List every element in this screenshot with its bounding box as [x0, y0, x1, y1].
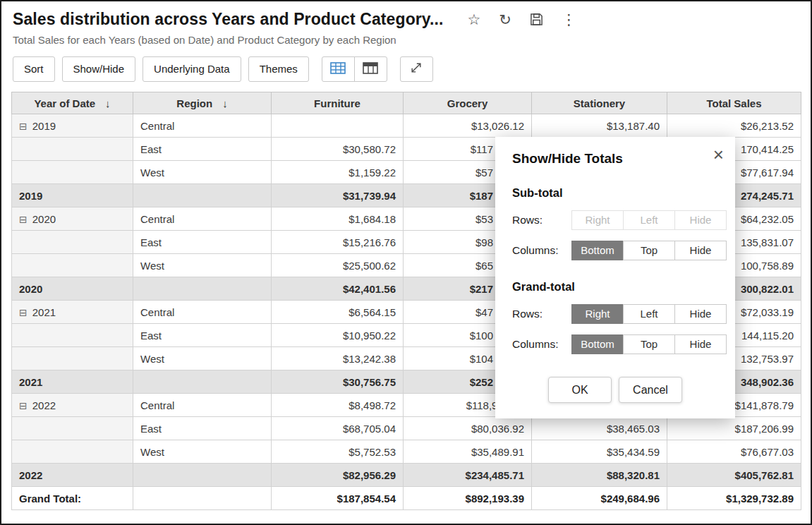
- cell-region[interactable]: East: [133, 231, 272, 254]
- cell-furniture[interactable]: $25,500.62: [272, 254, 404, 277]
- sort-desc-icon[interactable]: ↓: [105, 97, 111, 109]
- collapse-arrows-icon: [409, 61, 423, 78]
- cell-furniture[interactable]: $6,564.15: [272, 301, 404, 324]
- sub-total-columns-top-button[interactable]: Top: [623, 241, 675, 260]
- grand-total-columns-bottom-button[interactable]: Bottom: [571, 334, 624, 354]
- underlying-data-button[interactable]: Underlying Data: [143, 56, 241, 82]
- data-row: ⊟2019Central$13,026.12$13,187.40$26,213.…: [12, 114, 801, 138]
- cell-region[interactable]: West: [133, 440, 272, 464]
- cell-total-sales[interactable]: $26,213.52: [667, 114, 801, 138]
- cell-furniture[interactable]: $30,756.75: [272, 370, 404, 394]
- cell-year[interactable]: 2021: [12, 370, 133, 394]
- cell-total-sales[interactable]: $187,206.99: [667, 417, 801, 440]
- cell-furniture[interactable]: $13,242.38: [272, 347, 404, 370]
- save-icon[interactable]: [530, 13, 543, 26]
- segmented-control: BottomTopHide: [571, 241, 727, 260]
- cell-grocery[interactable]: $892,193.39: [404, 487, 532, 510]
- cell-year[interactable]: Grand Total:: [12, 487, 133, 510]
- grid-view-button[interactable]: [322, 56, 355, 82]
- cell-stationery[interactable]: $88,320.81: [532, 464, 667, 487]
- column-header-region[interactable]: Region↓: [133, 92, 272, 114]
- cell-year: [12, 440, 133, 464]
- cell-grocery[interactable]: $13,026.12: [404, 114, 532, 138]
- collapse-group-icon[interactable]: ⊟: [19, 307, 28, 318]
- cell-total-sales[interactable]: $76,677.03: [667, 440, 801, 464]
- column-header-grocery[interactable]: Grocery: [404, 92, 532, 114]
- collapse-group-icon[interactable]: ⊟: [19, 121, 28, 132]
- column-label: Furniture: [314, 97, 360, 109]
- cell-region[interactable]: Central: [133, 394, 272, 417]
- collapse-group-icon[interactable]: ⊟: [19, 214, 28, 225]
- cell-year[interactable]: 2022: [12, 464, 133, 487]
- sub-total-columns-bottom-button[interactable]: Bottom: [571, 241, 624, 260]
- column-header-year-of-date[interactable]: Year of Date↓: [12, 92, 133, 114]
- cell-furniture[interactable]: $30,580.72: [272, 138, 404, 161]
- cell-region[interactable]: West: [133, 161, 272, 184]
- cell-region[interactable]: Central: [133, 207, 272, 231]
- sub-total-columns-control: Columns:BottomTopHide: [512, 241, 718, 260]
- cell-region[interactable]: Central: [133, 301, 272, 324]
- cell-furniture[interactable]: $42,401.56: [272, 277, 404, 301]
- cell-year[interactable]: ⊟2019: [12, 114, 133, 138]
- cell-furniture[interactable]: $10,950.22: [272, 324, 404, 347]
- cell-furniture[interactable]: $82,956.29: [272, 464, 404, 487]
- cell-year[interactable]: 2020: [12, 277, 133, 301]
- cell-grocery[interactable]: $35,489.91: [404, 440, 532, 464]
- cell-furniture[interactable]: $8,498.72: [272, 394, 404, 417]
- grand-total-rows-left-button[interactable]: Left: [623, 304, 675, 324]
- cell-region[interactable]: East: [133, 138, 272, 161]
- cell-furniture[interactable]: $68,705.04: [272, 417, 404, 440]
- cell-total-sales[interactable]: $1,329,732.89: [667, 487, 801, 510]
- show-hide-button[interactable]: Show/Hide: [62, 56, 136, 82]
- cell-grocery[interactable]: $80,036.92: [404, 417, 532, 440]
- column-header-furniture[interactable]: Furniture: [272, 92, 404, 114]
- grand-total-rows-hide-button[interactable]: Hide: [674, 304, 727, 324]
- cell-region[interactable]: East: [133, 417, 272, 440]
- cell-furniture[interactable]: $5,752.53: [272, 440, 404, 464]
- cell-stationery[interactable]: $35,434.59: [532, 440, 667, 464]
- favorite-star-icon[interactable]: ☆: [468, 12, 481, 27]
- cell-stationery[interactable]: $249,684.96: [532, 487, 667, 510]
- cell-region[interactable]: West: [133, 254, 272, 277]
- cell-total-sales[interactable]: $405,762.81: [667, 464, 801, 487]
- cell-region[interactable]: East: [133, 324, 272, 347]
- cell-stationery[interactable]: $38,465.03: [532, 417, 667, 440]
- grand-total-columns-hide-button[interactable]: Hide: [674, 334, 727, 354]
- ok-button[interactable]: OK: [548, 377, 612, 403]
- cell-region[interactable]: Central: [133, 114, 272, 138]
- cell-year[interactable]: ⊟2020: [12, 207, 133, 231]
- refresh-icon[interactable]: ↻: [499, 12, 511, 27]
- cell-year[interactable]: ⊟2021: [12, 301, 133, 324]
- dialog-title: Show/Hide Totals: [512, 151, 718, 167]
- grand-total-heading: Grand-total: [512, 280, 718, 294]
- cell-furniture[interactable]: $31,739.94: [272, 184, 404, 207]
- more-options-icon[interactable]: ⋮: [562, 12, 576, 27]
- cancel-button[interactable]: Cancel: [619, 377, 682, 403]
- cell-region: [133, 370, 272, 394]
- themes-button[interactable]: Themes: [248, 56, 309, 82]
- cell-year[interactable]: ⊟2022: [12, 394, 133, 417]
- sub-total-rows-hide-button: Hide: [674, 210, 727, 230]
- cell-region[interactable]: West: [133, 347, 272, 370]
- cell-furniture[interactable]: $15,216.76: [272, 231, 404, 254]
- cell-furniture[interactable]: $1,684.18: [272, 207, 404, 231]
- collapse-all-button[interactable]: [400, 56, 433, 82]
- cell-year[interactable]: 2019: [12, 184, 133, 207]
- column-header-total-sales[interactable]: Total Sales: [667, 92, 801, 114]
- year-label: 2020: [32, 213, 56, 225]
- sort-desc-icon[interactable]: ↓: [222, 97, 228, 109]
- sub-total-columns-hide-button[interactable]: Hide: [674, 241, 727, 260]
- cell-furniture[interactable]: $187,854.54: [272, 487, 404, 510]
- cell-grocery[interactable]: $234,485.71: [404, 464, 532, 487]
- toolbar: Sort Show/Hide Underlying Data Themes: [13, 56, 799, 82]
- grand-total-columns-top-button[interactable]: Top: [623, 334, 675, 354]
- grand-total-rows-right-button[interactable]: Right: [571, 304, 624, 324]
- column-header-stationery[interactable]: Stationery: [532, 92, 667, 114]
- cell-year: [12, 138, 133, 161]
- cell-furniture[interactable]: $1,159.22: [272, 161, 404, 184]
- close-icon[interactable]: ×: [713, 145, 724, 164]
- compact-view-button[interactable]: [354, 56, 387, 82]
- collapse-group-icon[interactable]: ⊟: [19, 400, 28, 411]
- cell-stationery[interactable]: $13,187.40: [532, 114, 667, 138]
- sort-button[interactable]: Sort: [13, 56, 55, 82]
